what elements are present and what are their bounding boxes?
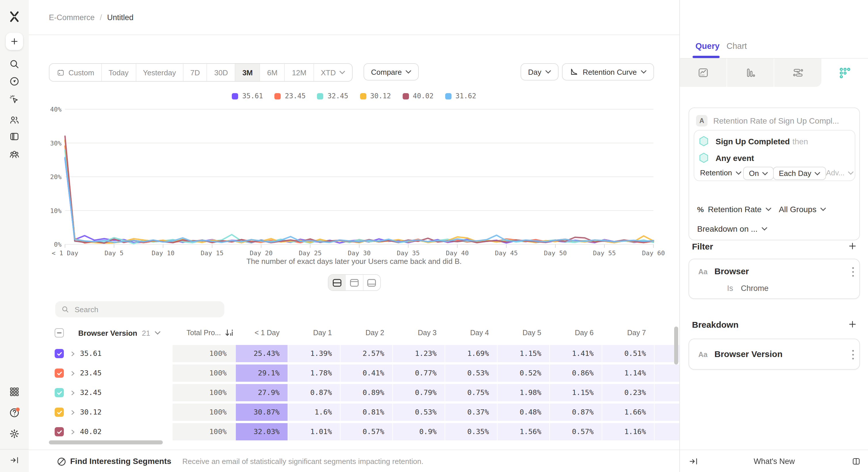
- retention-cell: 2.57%: [341, 345, 392, 362]
- retention-cell: 32.03%: [236, 423, 288, 440]
- day-column-header[interactable]: Day 5: [498, 324, 549, 341]
- table-search: [55, 301, 224, 317]
- select-all-checkbox[interactable]: [55, 328, 64, 337]
- day-column-header[interactable]: Day 7: [602, 324, 654, 341]
- breadcrumb-project[interactable]: E-Commerce: [49, 13, 95, 22]
- range-yesterday[interactable]: Yesterday: [136, 64, 184, 81]
- tab-query[interactable]: Query: [695, 41, 720, 50]
- retention-cell: 0.87%: [288, 384, 340, 401]
- expand-chevron-icon[interactable]: [70, 391, 75, 396]
- breakdown-card[interactable]: Aa Browser Version: [688, 339, 860, 370]
- report-type-insights[interactable]: [680, 59, 727, 87]
- rate-dropdown[interactable]: Retention Rate: [708, 205, 762, 214]
- svg-text:0%: 0%: [54, 241, 62, 248]
- kebab-menu-icon[interactable]: [852, 349, 854, 360]
- day-column-header[interactable]: Day 4: [445, 324, 497, 341]
- row-checkbox[interactable]: [55, 388, 64, 397]
- retention-cell: 0.35%: [445, 423, 497, 440]
- compare-button[interactable]: Compare: [364, 63, 419, 80]
- row-checkbox[interactable]: [55, 349, 64, 358]
- breadcrumb-doc-title[interactable]: Untitled: [107, 13, 134, 22]
- breakdown-on-dropdown[interactable]: Breakdown on ...: [697, 224, 757, 233]
- report-type-flows[interactable]: [774, 59, 822, 87]
- filter-value[interactable]: Chrome: [741, 284, 769, 293]
- chevron-down-icon[interactable]: [766, 207, 771, 211]
- apps-grid-icon[interactable]: [9, 386, 20, 397]
- step-first-event[interactable]: Sign Up Completed then: [699, 136, 808, 146]
- mixpanel-logo-icon[interactable]: [8, 10, 21, 23]
- expand-sidebar-icon[interactable]: [9, 455, 19, 465]
- day-column-header[interactable]: Day 2: [341, 324, 392, 341]
- groups-dropdown[interactable]: All Groups: [779, 205, 816, 214]
- on-dropdown[interactable]: On: [743, 167, 774, 180]
- settings-gear-icon[interactable]: [9, 428, 20, 439]
- advanced-dropdown[interactable]: Adv...: [826, 168, 854, 177]
- layout-chart-only-button[interactable]: [346, 275, 364, 290]
- help-icon[interactable]: [9, 407, 20, 418]
- day-column-header[interactable]: Day 1: [288, 324, 340, 341]
- main-content: E-Commerce / Untitled Save Custom Today …: [29, 0, 679, 472]
- chevron-down-icon[interactable]: [155, 331, 160, 335]
- explore-compass-icon[interactable]: [9, 76, 20, 87]
- day-column-header[interactable]: Day 6: [550, 324, 602, 341]
- filter-property-name[interactable]: Browser: [714, 266, 749, 276]
- range-custom[interactable]: Custom: [50, 64, 102, 81]
- chevron-down-icon[interactable]: [820, 207, 826, 211]
- vertical-scrollbar[interactable]: [674, 327, 678, 365]
- range-30d[interactable]: 30D: [207, 64, 236, 81]
- total-column-header[interactable]: Total Pro...: [173, 324, 221, 341]
- events-cursor-icon[interactable]: [9, 94, 20, 105]
- retention-type-dropdown[interactable]: Retention: [700, 168, 741, 177]
- tab-chart[interactable]: Chart: [726, 41, 747, 50]
- expand-chevron-icon[interactable]: [70, 351, 75, 357]
- range-12m[interactable]: 12M: [285, 64, 314, 81]
- expand-chevron-icon[interactable]: [70, 371, 75, 376]
- create-new-button[interactable]: [6, 33, 23, 50]
- users-icon[interactable]: [9, 114, 20, 125]
- chart-view-button[interactable]: Retention Curve: [562, 63, 654, 80]
- range-xtd[interactable]: XTD: [314, 64, 352, 81]
- add-filter-icon[interactable]: [848, 241, 857, 251]
- search-nav-icon[interactable]: [9, 59, 20, 70]
- range-6m[interactable]: 6M: [260, 64, 285, 81]
- sort-icon[interactable]: [224, 328, 234, 338]
- query-title[interactable]: Retention Rate of Sign Up Compl...: [713, 116, 839, 125]
- day-column-header[interactable]: Day 3: [393, 324, 445, 341]
- breakdown-on-row: Breakdown on ...: [697, 224, 767, 233]
- filter-card[interactable]: Aa Browser Is Chrome: [688, 259, 860, 299]
- report-type-funnels[interactable]: [727, 59, 774, 87]
- range-7d[interactable]: 7D: [184, 64, 207, 81]
- report-type-retention[interactable]: [822, 59, 868, 87]
- day-column-header[interactable]: < 1 Day: [236, 324, 288, 341]
- whats-new-link[interactable]: What's New: [680, 450, 868, 472]
- chevron-down-icon: [736, 171, 741, 174]
- boards-icon[interactable]: [9, 131, 20, 142]
- range-today[interactable]: Today: [102, 64, 136, 81]
- row-checkbox[interactable]: [55, 408, 64, 417]
- expand-chevron-icon[interactable]: [70, 430, 75, 435]
- breakdown-property-name[interactable]: Browser Version: [714, 349, 782, 359]
- kebab-menu-icon[interactable]: [852, 267, 854, 277]
- layout-split-button[interactable]: [329, 275, 346, 290]
- cohorts-icon[interactable]: [9, 149, 20, 160]
- each-day-dropdown[interactable]: Each Day: [773, 167, 826, 180]
- step-return-event[interactable]: Any event: [699, 153, 754, 163]
- horizontal-scrollbar[interactable]: [49, 440, 163, 444]
- find-segments-button[interactable]: Find Interesting Segments: [70, 450, 172, 472]
- search-input[interactable]: [73, 304, 218, 314]
- retention-cell: 0.89%: [341, 384, 392, 401]
- expand-chevron-icon[interactable]: [70, 410, 75, 415]
- row-checkbox[interactable]: [55, 369, 64, 378]
- chevron-down-icon: [815, 172, 820, 175]
- columns-panel-icon[interactable]: [851, 457, 861, 466]
- collapse-panel-icon[interactable]: [688, 457, 698, 466]
- granularity-button[interactable]: Day: [521, 63, 559, 80]
- range-3m[interactable]: 3M: [236, 64, 260, 81]
- retention-line-chart[interactable]: 0%10%20%30%40%< 1 DayDay 5Day 10Day 15Da…: [29, 86, 679, 259]
- layout-table-only-button[interactable]: [363, 275, 380, 290]
- add-breakdown-icon[interactable]: [848, 319, 857, 329]
- group-column-label[interactable]: Browser Version: [78, 329, 137, 337]
- filter-operator[interactable]: Is: [727, 284, 733, 293]
- row-checkbox[interactable]: [55, 427, 64, 436]
- chevron-down-icon[interactable]: [762, 227, 767, 231]
